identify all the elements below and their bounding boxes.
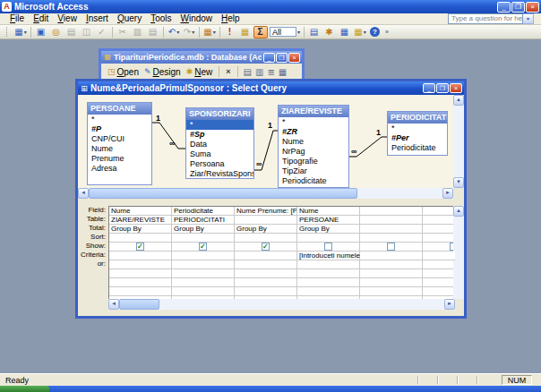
cut-button[interactable]: ✂	[116, 26, 130, 38]
field-item[interactable]: #ZR	[279, 127, 348, 137]
grid-cell-field[interactable]	[423, 207, 455, 216]
open-button[interactable]: ◳Open	[105, 65, 142, 79]
field-item[interactable]: Adresa	[88, 164, 151, 174]
field-item[interactable]: *	[388, 124, 447, 133]
grid-cell-empty[interactable]	[297, 278, 359, 287]
totals-button[interactable]: Σ	[253, 26, 268, 38]
small-icons-button[interactable]: ▥	[253, 65, 265, 79]
db-close-button[interactable]: ×	[288, 53, 300, 63]
show-table-button[interactable]: ▦	[238, 26, 253, 38]
pane-splitter[interactable]	[78, 199, 464, 206]
paste-button[interactable]: ▤	[146, 26, 160, 38]
scroll-down-icon[interactable]: ▼	[453, 177, 464, 188]
menu-edit[interactable]: Edit	[29, 13, 53, 24]
grid-cell-total[interactable]: Group By	[235, 225, 296, 234]
field-list-persoane[interactable]: PERSOANE *#PCNP/CUINumePrenumeAdresa	[87, 102, 152, 185]
scroll-right-icon[interactable]: ►	[444, 299, 455, 310]
table-title[interactable]: SPONSORIZARI	[186, 108, 253, 120]
query-close-button[interactable]: ×	[450, 83, 462, 93]
field-item[interactable]: *	[88, 115, 151, 124]
file-search-button[interactable]: ◎	[49, 26, 64, 38]
close-button[interactable]: ×	[526, 2, 539, 13]
grid-cell-criteria[interactable]	[172, 251, 234, 260]
field-list-ziare-reviste[interactable]: ZIARE/REVISTE *#ZRNumeNrPagTipografieTip…	[278, 105, 349, 188]
grid-cell-sort[interactable]	[360, 234, 422, 243]
field-item[interactable]: Nume	[279, 137, 348, 147]
table-title[interactable]: PERSOANE	[88, 103, 151, 115]
help-question-input[interactable]: Type a question for help ▾	[448, 13, 534, 24]
table-title[interactable]: PERIODICITATI	[388, 112, 447, 124]
grid-cell-criteria[interactable]: [Introduceti numele pri	[297, 251, 359, 260]
minimize-button[interactable]: _	[497, 2, 511, 13]
undo-button[interactable]: ↶▾	[167, 26, 181, 38]
grid-cell-empty[interactable]	[235, 287, 296, 296]
grid-cell-or[interactable]	[172, 260, 234, 269]
show-checkbox[interactable]	[387, 243, 395, 251]
show-checkbox[interactable]	[136, 243, 144, 251]
menu-file[interactable]: File	[5, 13, 29, 24]
field-item[interactable]: Suma	[186, 149, 253, 159]
view-button[interactable]: ▦▾	[13, 26, 28, 38]
show-checkbox[interactable]	[324, 243, 332, 251]
menu-help[interactable]: Help	[217, 13, 245, 24]
field-item[interactable]: NrPag	[279, 147, 348, 157]
grid-cell-empty[interactable]	[360, 269, 422, 278]
grid-horizontal-scrollbar[interactable]: ◄ ►	[108, 299, 455, 310]
grid-cell-total[interactable]: Group By	[172, 225, 234, 234]
table-title[interactable]: ZIARE/REVISTE	[279, 106, 348, 117]
grid-cell-field[interactable]: Periodicitate	[172, 207, 234, 216]
field-item[interactable]: Tipografie	[279, 157, 348, 166]
grid-cell-table[interactable]: PERIODICITATI	[172, 216, 234, 225]
grid-cell-show[interactable]	[109, 243, 171, 251]
grid-cell-empty[interactable]	[297, 287, 359, 296]
grid-cell-show[interactable]	[235, 243, 296, 251]
grid-cell-empty[interactable]	[109, 269, 171, 278]
menu-tools[interactable]: Tools	[146, 13, 176, 24]
grid-cell-show[interactable]	[360, 243, 422, 251]
field-item[interactable]: *	[186, 120, 253, 130]
grid-cell-empty[interactable]	[423, 287, 455, 296]
menu-window[interactable]: Window	[176, 13, 217, 24]
grid-cell-table[interactable]	[423, 216, 455, 225]
chevron-down-icon[interactable]: ▾	[523, 13, 534, 24]
field-item[interactable]: Data	[186, 140, 253, 149]
field-item[interactable]: *	[279, 117, 348, 127]
field-item[interactable]: #Sp	[186, 130, 253, 140]
delete-button[interactable]: ×	[223, 65, 233, 79]
grid-cell-empty[interactable]	[360, 278, 422, 287]
toolbar-options-button[interactable]: »	[385, 26, 389, 38]
table-pane-horizontal-scrollbar[interactable]: ◄ ►	[78, 188, 453, 199]
save-button[interactable]: ▣	[34, 26, 48, 38]
grid-cell-or[interactable]	[423, 260, 455, 269]
start-button[interactable]	[0, 386, 49, 392]
field-list-sponsorizari[interactable]: SPONSORIZARI *#SpDataSumaPersoanaZiar/Re…	[185, 107, 254, 179]
large-icons-button[interactable]: ▤	[242, 65, 253, 79]
grid-cell-empty[interactable]	[172, 287, 234, 296]
menu-query[interactable]: Query	[113, 13, 146, 24]
menu-insert[interactable]: Insert	[82, 13, 113, 24]
grid-cell-criteria[interactable]	[235, 251, 296, 260]
grid-cell-total[interactable]: Group By	[109, 225, 171, 234]
restore-button[interactable]: ❐	[511, 2, 525, 13]
query-type-button[interactable]: ▦▾	[202, 26, 217, 38]
grid-cell-empty[interactable]	[235, 278, 296, 287]
grid-cell-table[interactable]	[360, 216, 422, 225]
grid-cell-empty[interactable]	[423, 269, 455, 278]
table-pane-vertical-scrollbar[interactable]: ▲ ▼	[453, 95, 464, 188]
field-item[interactable]: Nume	[88, 144, 151, 154]
grid-cell-empty[interactable]	[172, 278, 234, 287]
new-button[interactable]: ✱New	[184, 65, 216, 79]
grid-cell-empty[interactable]	[423, 278, 455, 287]
grid-cell-criteria[interactable]	[423, 251, 455, 260]
run-button[interactable]: !	[223, 26, 237, 38]
grid-cell-table[interactable]: ZIARE/REVISTE	[109, 216, 171, 225]
field-item[interactable]: CNP/CUI	[88, 134, 151, 144]
grid-cell-or[interactable]	[297, 260, 359, 269]
grid-cell-empty[interactable]	[109, 287, 171, 296]
grid-cell-empty[interactable]	[297, 269, 359, 278]
spelling-button[interactable]: ✓	[95, 26, 109, 38]
grid-cell-field[interactable]: Nume Prenume: [PE	[235, 207, 296, 216]
top-values-combo[interactable]: All▾	[269, 26, 301, 38]
grid-cell-field[interactable]	[360, 207, 422, 216]
grid-cell-empty[interactable]	[172, 269, 234, 278]
